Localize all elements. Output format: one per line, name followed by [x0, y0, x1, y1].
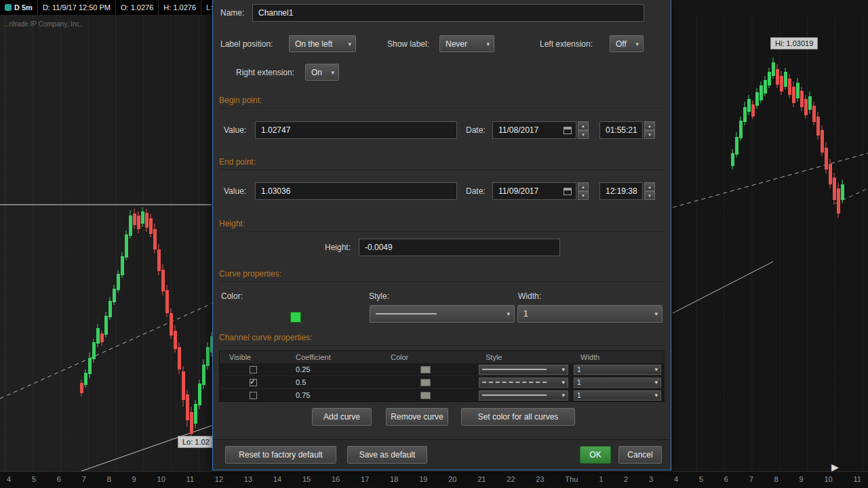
axis-label: 6	[57, 475, 61, 488]
row-style-dropdown[interactable]: ▾	[479, 390, 568, 401]
chevron-down-icon: ▾	[561, 392, 565, 399]
axis-label: 4	[674, 475, 678, 488]
remove-curve-button[interactable]: Remove curve	[386, 408, 448, 426]
row-color-swatch[interactable]	[420, 392, 431, 399]
axis-label: 11	[186, 475, 194, 488]
spinner-down-button[interactable]: ▼	[644, 130, 655, 139]
curve-width-dropdown[interactable]: 1 ▾	[517, 305, 663, 323]
row-color-swatch[interactable]	[420, 366, 431, 373]
end-time-field[interactable]: 12:19:38	[599, 182, 643, 200]
end-time-value: 12:19:38	[606, 186, 637, 196]
name-label: Name:	[220, 4, 244, 22]
axis-label: 1	[599, 475, 603, 488]
begin-time-spinner: ▲ ▼	[644, 121, 655, 139]
chart-info-bar: D 5m D: 11/9/17 12:50 PM O: 1.0276 H: 1.…	[0, 0, 212, 16]
end-value-input[interactable]	[255, 182, 457, 200]
label-position-dropdown[interactable]: On the left ▾	[289, 35, 356, 52]
left-extension-label: Left extension:	[540, 35, 593, 53]
curve-width-value: 1	[524, 309, 528, 319]
color-label: Color:	[221, 287, 243, 305]
axis-label: 8	[107, 475, 111, 488]
col-color: Color	[381, 353, 476, 361]
reset-factory-default-button[interactable]: Reset to factory default	[225, 446, 336, 464]
open-readout: O: 1.0276	[116, 0, 159, 15]
col-style: Style	[476, 353, 571, 361]
begin-time-field[interactable]: 01:55:21	[599, 121, 643, 139]
trading-app-window: D 5m D: 11/9/17 12:50 PM O: 1.0276 H: 1.…	[0, 0, 868, 488]
height-input[interactable]	[359, 239, 560, 256]
end-time-spinner: ▲ ▼	[644, 182, 655, 200]
width-label: Width:	[518, 287, 541, 305]
chevron-down-icon: ▾	[654, 310, 658, 317]
show-label-value: Never	[446, 39, 467, 49]
spinner-up-button[interactable]: ▲	[578, 121, 589, 130]
name-input[interactable]	[252, 4, 644, 22]
col-coefficient: Coefficient	[286, 353, 381, 361]
row-color-swatch[interactable]	[420, 379, 431, 386]
begin-date-field[interactable]: 11/08/2017	[492, 121, 576, 139]
row-width-dropdown[interactable]: 1 ▾	[574, 365, 661, 375]
visible-checkbox[interactable]	[250, 379, 257, 386]
spinner-down-button[interactable]: ▼	[578, 191, 589, 200]
high-readout: H: 1.0276	[159, 0, 201, 15]
spinner-up-button[interactable]: ▲	[578, 182, 589, 191]
scroll-to-end-arrow-icon[interactable]: ▶	[831, 462, 839, 472]
begin-value-input[interactable]	[255, 121, 457, 139]
axis-label: 9	[800, 475, 804, 488]
table-row: 0.25 ▾ 1 ▾	[220, 363, 664, 375]
begin-date-value: 11/08/2017	[498, 125, 538, 135]
left-extension-dropdown[interactable]: Off ▾	[610, 35, 644, 52]
height-section-title: Height:	[219, 219, 665, 232]
datetime-readout: D: 11/9/17 12:50 PM	[38, 0, 116, 15]
end-date-label: Date:	[466, 182, 486, 200]
chevron-down-icon: ▾	[654, 379, 658, 386]
curve-color-swatch[interactable]	[290, 312, 301, 323]
spinner-up-button[interactable]: ▲	[644, 182, 655, 191]
cancel-button[interactable]: Cancel	[618, 446, 662, 464]
axis-label: 21	[477, 475, 486, 488]
spinner-down-button[interactable]: ▼	[578, 130, 589, 139]
visible-checkbox[interactable]	[250, 392, 257, 399]
set-color-all-curves-button[interactable]: Set color for all curves	[461, 408, 575, 426]
save-as-default-button[interactable]: Save as default	[347, 446, 427, 464]
row-width-value: 1	[577, 379, 581, 386]
channel-properties-dialog: Name: Label position: On the left ▾ Show…	[212, 0, 671, 470]
axis-label: 7	[749, 475, 753, 488]
chevron-down-icon: ▾	[654, 392, 658, 399]
end-date-field[interactable]: 11/09/2017	[492, 182, 576, 200]
begin-point-section-title: Begin point:	[219, 96, 665, 108]
chevron-down-icon: ▾	[635, 41, 639, 47]
calendar-icon[interactable]	[564, 127, 572, 134]
chevron-down-icon: ▾	[654, 366, 658, 373]
ok-button[interactable]: OK	[580, 446, 611, 464]
row-style-dropdown[interactable]: ▾	[479, 378, 568, 388]
add-curve-button[interactable]: Add curve	[312, 408, 372, 426]
style-label: Style:	[369, 287, 389, 305]
axis-label: 10	[824, 475, 832, 488]
row-style-dropdown[interactable]: ▾	[479, 365, 568, 375]
row-width-dropdown[interactable]: 1 ▾	[574, 378, 661, 388]
axis-label: 4	[7, 475, 11, 488]
calendar-icon[interactable]	[564, 188, 572, 195]
line-style-sample	[482, 369, 547, 370]
axis-label: 22	[507, 475, 515, 488]
right-extension-dropdown[interactable]: On ▾	[305, 64, 339, 81]
col-width: Width	[571, 353, 664, 361]
axis-label: 23	[536, 475, 544, 488]
high-price-tag: Hi: 1.03019	[770, 37, 818, 49]
curve-properties-section-title: Curve properties:	[219, 269, 665, 282]
visible-checkbox[interactable]	[250, 366, 257, 373]
row-width-dropdown[interactable]: 1 ▾	[574, 390, 661, 401]
curve-style-dropdown[interactable]: ▾	[370, 305, 515, 323]
axis-label: 16	[332, 475, 340, 488]
label-position-value: On the left	[295, 39, 332, 49]
period-item[interactable]: D 5m	[0, 0, 38, 15]
show-label-dropdown[interactable]: Never ▾	[439, 35, 494, 52]
low-readout: L:	[201, 0, 212, 15]
spinner-down-button[interactable]: ▼	[644, 191, 655, 200]
spinner-up-button[interactable]: ▲	[644, 121, 655, 130]
line-style-sample	[482, 382, 547, 383]
axis-label: 11	[853, 475, 861, 488]
time-axis: 4567891011121314151617181920212223Thu123…	[0, 471, 868, 488]
begin-value-label: Value:	[224, 121, 246, 139]
